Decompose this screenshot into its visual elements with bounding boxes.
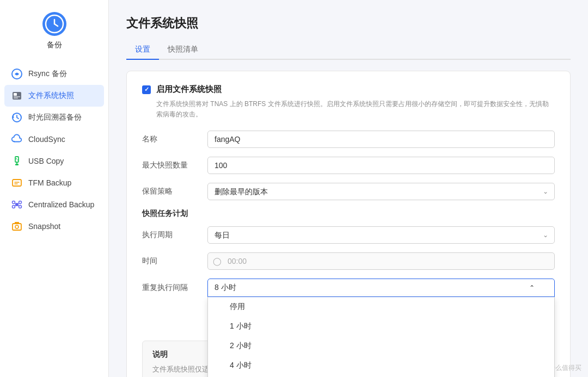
svg-rect-11 [15,157,19,162]
svg-rect-13 [15,164,19,165]
dropdown-check-4h [217,361,225,370]
svg-point-21 [19,206,22,208]
period-row: 执行周期 每日 每周 每月 ⌄ [142,226,555,244]
sidebar-item-filesnapshot[interactable]: 文件系统快照 [4,85,104,107]
svg-point-18 [13,201,15,204]
svg-rect-6 [14,93,17,96]
filesnapshot-icon [11,90,23,102]
name-input[interactable] [207,131,555,148]
sidebar-item-timemachine-label: 时光回溯器备份 [28,113,82,122]
period-label: 执行周期 [142,230,207,240]
settings-card: 启用文件系统快照 文件系统快照将对 TNAS 上的 BTRFS 文件系统进行快照… [126,71,571,377]
sidebar-item-rsync[interactable]: Rsync 备份 [4,63,104,85]
repeat-selected-value: 8 小时 [215,283,236,293]
dropdown-check-1h [217,322,225,331]
dropdown-item-1h[interactable]: 1 小时 [208,317,554,336]
svg-point-17 [15,203,19,206]
retention-select[interactable]: 删除最早的版本 [207,183,555,200]
tfmbackup-icon [11,177,23,189]
repeat-select-display[interactable]: 8 小时 ⌃ [207,279,555,297]
schedule-section-title: 快照任务计划 [142,209,555,219]
name-row: 名称 [142,131,555,148]
centralizedbackup-icon [11,199,23,211]
sidebar-item-centralizedbackup[interactable]: Centralized Backup [4,194,104,215]
time-row: 时间 ◯ [142,252,555,270]
svg-rect-26 [13,224,21,230]
name-label: 名称 [142,134,207,144]
retention-row: 保留策略 删除最早的版本 ⌄ [142,183,555,200]
sidebar-header: 备份 [41,11,68,50]
max-snapshot-input[interactable] [207,157,555,174]
sidebar-item-filesnapshot-label: 文件系统快照 [28,91,74,101]
retention-label: 保留策略 [142,187,207,196]
tab-snapshot-list[interactable]: 快照清单 [159,40,207,60]
enable-checkbox[interactable] [142,85,151,94]
svg-point-27 [15,225,19,228]
repeat-label: 重复执行间隔 [142,279,207,293]
sidebar-item-timemachine[interactable]: 时光回溯器备份 [4,107,104,128]
rsync-icon [11,68,23,80]
snapshot-icon [11,220,23,232]
dropdown-label-4h: 4 小时 [230,361,252,370]
time-label: 时间 [142,256,207,266]
tabs-bar: 设置 快照清单 [126,40,571,60]
dropdown-label-2h: 2 小时 [230,341,252,351]
sidebar-item-snapshot-label: Snapshot [28,222,60,231]
svg-rect-16 [13,180,21,186]
sidebar-nav: Rsync 备份 文件系统快照 时光回溯器备份 CloudSync [0,63,108,237]
svg-line-24 [15,205,16,206]
dropdown-item-2h[interactable]: 2 小时 [208,336,554,356]
svg-point-15 [17,159,19,160]
page-title: 文件系统快照 [126,15,571,32]
time-input-wrapper: ◯ [207,252,555,270]
period-select[interactable]: 每日 每周 每月 [207,226,555,244]
repeat-chevron-up-icon: ⌃ [529,284,535,292]
svg-rect-7 [14,96,20,97]
sidebar-item-rsync-label: Rsync 备份 [28,69,67,79]
sidebar-item-cloudsync-label: CloudSync [28,135,65,144]
sidebar-item-cloudsync[interactable]: CloudSync [4,128,104,150]
svg-point-14 [16,158,17,159]
sidebar-item-tfmbackup-label: TFM Backup [28,178,71,187]
timemachine-icon [11,112,23,123]
dropdown-label-1h: 1 小时 [230,322,252,331]
svg-point-20 [13,206,15,208]
sidebar-item-usbcopy[interactable]: USB Copy [4,150,104,172]
sidebar-app-title: 备份 [47,40,62,50]
sidebar-item-usbcopy-label: USB Copy [28,157,64,165]
svg-line-23 [18,203,19,204]
period-select-wrapper: 每日 每周 每月 ⌄ [207,226,555,244]
max-snapshot-row: 最大快照数量 [142,157,555,174]
dropdown-check-2h [217,342,225,350]
sidebar-item-centralizedbackup-label: Centralized Backup [28,200,94,209]
repeat-dropdown-menu: 停用 1 小时 2 小时 4 小时 ✓ [207,297,555,377]
time-input[interactable] [207,252,555,270]
max-snapshot-label: 最大快照数量 [142,160,207,170]
sidebar: 备份 Rsync 备份 文件系统快照 时光回溯器备份 [0,0,109,377]
enable-label: 启用文件系统快照 [156,84,222,95]
svg-line-25 [18,205,19,206]
dropdown-item-disabled[interactable]: 停用 [208,297,554,317]
tab-settings[interactable]: 设置 [126,40,159,60]
sidebar-item-tfmbackup[interactable]: TFM Backup [4,172,104,194]
cloudsync-icon [11,133,23,145]
dropdown-item-4h[interactable]: 4 小时 [208,356,554,375]
enable-row: 启用文件系统快照 [142,84,555,95]
enable-desc: 文件系统快照将对 TNAS 上的 BTRFS 文件系统进行快照。启用文件系统快照… [156,99,555,120]
svg-point-19 [19,201,22,204]
svg-rect-8 [14,98,18,99]
repeat-select-wrapper: 8 小时 ⌃ 停用 1 小时 2 小时 [207,279,555,297]
dropdown-check-disabled [217,302,225,311]
svg-line-22 [15,203,16,204]
repeat-row: 重复执行间隔 8 小时 ⌃ 停用 1 小时 [142,279,555,297]
dropdown-label-disabled: 停用 [230,302,245,312]
usbcopy-icon [11,155,23,167]
backup-icon [41,11,68,37]
retention-select-wrapper: 删除最早的版本 ⌄ [207,183,555,200]
main-content: 文件系统快照 设置 快照清单 启用文件系统快照 文件系统快照将对 TNAS 上的… [109,0,588,377]
sidebar-item-snapshot[interactable]: Snapshot [4,215,104,237]
